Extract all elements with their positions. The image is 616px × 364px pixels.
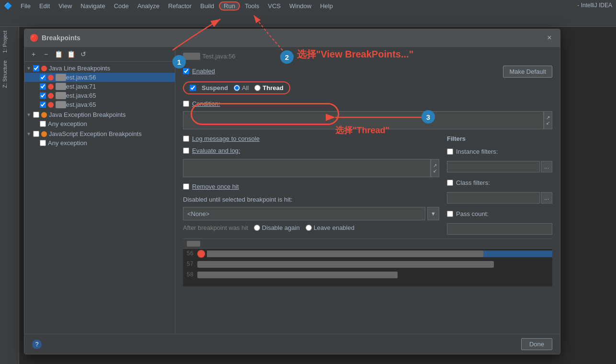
instance-filters-label[interactable]: Instance filters: — [456, 148, 498, 155]
any-exception-js[interactable]: Any exception — [24, 138, 175, 148]
line-num-56: 56 — [183, 250, 197, 257]
all-radio[interactable] — [234, 85, 240, 91]
evaluate-log-checkbox[interactable] — [183, 148, 189, 154]
bp-71-icon — [48, 84, 54, 90]
class-filters-dots[interactable]: ... — [541, 192, 552, 204]
class-filters-checkbox[interactable] — [447, 180, 453, 186]
js-exception-icon — [41, 131, 47, 137]
code-line-58: 58 — [183, 270, 552, 280]
log-message-label[interactable]: Log message to console — [192, 135, 260, 142]
menu-file[interactable]: File — [17, 1, 34, 11]
pass-count-checkbox[interactable] — [447, 211, 453, 217]
menu-vcs[interactable]: VCS — [264, 1, 285, 11]
done-button[interactable]: Done — [521, 338, 552, 350]
condition-checkbox[interactable] — [183, 101, 189, 107]
bp-65b-label — [56, 101, 66, 108]
add-breakpoint-button[interactable]: + — [28, 49, 39, 59]
any-exception-java-checkbox[interactable] — [40, 121, 46, 127]
java-exception-breakpoints-group: ▼ Java Exception Breakpoints Any excepti… — [24, 110, 175, 128]
reset-button[interactable]: ↺ — [78, 49, 89, 59]
disable-again-radio[interactable] — [254, 225, 260, 231]
code-header-blurred — [187, 241, 200, 247]
thread-radio-label[interactable]: Thread — [254, 84, 283, 91]
java-exception-icon — [41, 112, 47, 118]
remove-once-hit-checkbox[interactable] — [183, 183, 189, 190]
disable-again-label[interactable]: Disable again — [254, 224, 300, 231]
bp-65b-icon — [48, 102, 54, 108]
breakpoint-indicator-56 — [197, 250, 205, 258]
pass-count-input[interactable] — [447, 223, 552, 235]
enabled-checkbox[interactable] — [183, 68, 189, 74]
class-filters-input[interactable] — [447, 192, 540, 204]
all-radio-label[interactable]: All — [234, 84, 249, 91]
remove-once-hit-label[interactable]: Remove once hit — [192, 183, 239, 190]
menu-navigate[interactable]: Navigate — [77, 1, 109, 11]
instance-filters-dots[interactable]: ... — [541, 161, 552, 172]
menu-code[interactable]: Code — [110, 1, 133, 11]
log-message-checkbox[interactable] — [183, 136, 189, 142]
menu-tools[interactable]: Tools — [241, 1, 263, 11]
class-filters-label[interactable]: Class filters: — [456, 179, 490, 186]
evaluate-log-label[interactable]: Evaluate and log: — [192, 147, 240, 154]
menu-edit[interactable]: Edit — [35, 1, 54, 11]
java-exception-breakpoints-header[interactable]: ▼ Java Exception Breakpoints — [24, 110, 175, 119]
instance-filters-input[interactable] — [447, 161, 540, 172]
thread-radio[interactable] — [254, 85, 261, 91]
menu-view[interactable]: View — [55, 1, 76, 11]
remove-breakpoint-button[interactable]: − — [41, 49, 51, 59]
menu-analyze[interactable]: Analyze — [134, 1, 163, 11]
js-exception-checkbox[interactable] — [33, 131, 39, 137]
sidebar-tab-project[interactable]: 1: Project — [0, 27, 19, 57]
file-blurred-prefix — [183, 53, 200, 60]
collapse-arrow-java-line: ▼ — [26, 66, 32, 71]
line-num-58: 58 — [183, 272, 197, 278]
menu-refactor[interactable]: Refactor — [164, 1, 195, 11]
export-button[interactable]: 📋 — [66, 49, 76, 59]
breakpoint-item-65b[interactable]: est.java:65 — [24, 100, 175, 109]
leave-enabled-label[interactable]: Leave enabled — [306, 224, 354, 231]
any-exception-java[interactable]: Any exception — [24, 119, 175, 128]
js-exception-breakpoints-header[interactable]: ▼ JavaScript Exception Breakpoints — [24, 129, 175, 138]
pass-count-label[interactable]: Pass count: — [456, 210, 489, 217]
bp-71-checkbox[interactable] — [40, 83, 46, 90]
bp-65b-checkbox[interactable] — [40, 102, 46, 108]
any-exception-js-checkbox[interactable] — [40, 140, 46, 146]
condition-label[interactable]: Condition: — [192, 100, 220, 107]
dialog-close-button[interactable]: × — [545, 33, 554, 43]
suspend-checkbox[interactable] — [190, 85, 196, 91]
breakpoint-item-56[interactable]: est.java:56 — [24, 73, 175, 82]
bp-65b-file: est.java:65 — [66, 101, 96, 108]
copy-button[interactable]: 📋 — [53, 49, 64, 59]
breakpoint-item-65a[interactable]: est.java:65 — [24, 91, 175, 100]
expand-condition-button[interactable]: ↗↙ — [544, 111, 552, 129]
leave-enabled-radio[interactable] — [306, 225, 312, 231]
instance-filters-checkbox[interactable] — [447, 148, 453, 155]
java-exception-checkbox[interactable] — [33, 112, 39, 118]
enabled-label[interactable]: Enabled — [192, 68, 215, 75]
js-exception-breakpoints-group: ▼ JavaScript Exception Breakpoints Any e… — [24, 129, 175, 148]
java-line-breakpoints-header[interactable]: ▼ Java Line Breakpoints — [24, 64, 175, 73]
sidebar-tab-structure[interactable]: Z: Structure — [0, 57, 19, 91]
menu-help[interactable]: Help — [316, 1, 337, 11]
bp-56-checkbox[interactable] — [40, 74, 46, 80]
collapse-arrow-js-exception: ▼ — [26, 131, 32, 137]
disabled-until-dropdown[interactable]: <None> — [183, 207, 425, 220]
menu-build[interactable]: Build — [196, 1, 218, 11]
java-line-breakpoints-checkbox[interactable] — [33, 65, 39, 71]
menu-window[interactable]: Window — [285, 1, 315, 11]
help-button[interactable]: ? — [32, 340, 42, 349]
evaluate-input[interactable] — [183, 159, 431, 177]
bp-71-file: est.java:71 — [66, 83, 96, 90]
expand-evaluate-button[interactable]: ↗↙ — [431, 159, 439, 177]
dropdown-arrow-button[interactable]: ▼ — [427, 207, 439, 220]
code-line-57: 57 — [183, 259, 552, 270]
breakpoint-item-71[interactable]: est.java:71 — [24, 82, 175, 91]
code-area: 56 57 — [183, 239, 552, 286]
menu-run[interactable]: Run — [219, 1, 240, 11]
sidebar: 1: Project Z: Structure — [0, 27, 19, 364]
left-options-col: Log message to console Evaluate and log:… — [183, 135, 439, 235]
breakpoints-toolbar: + − 📋 📋 ↺ — [24, 47, 175, 62]
make-default-button[interactable]: Make Default — [503, 66, 552, 78]
condition-input[interactable] — [183, 111, 544, 129]
bp-65a-checkbox[interactable] — [40, 92, 46, 99]
